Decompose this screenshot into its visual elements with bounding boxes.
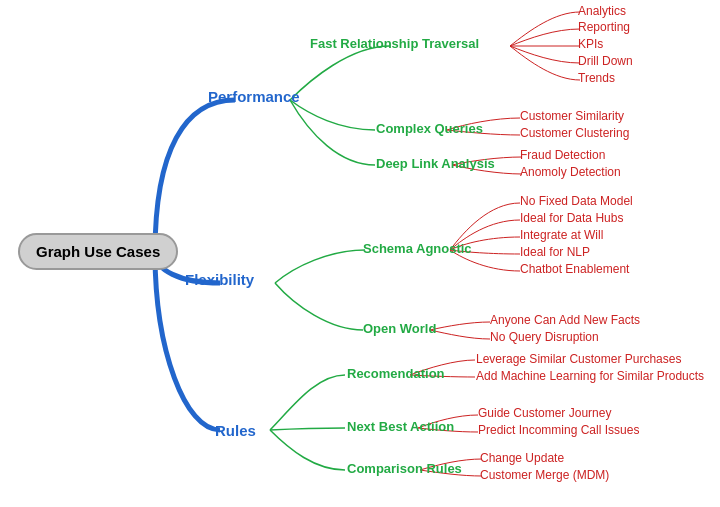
rules-label: Rules bbox=[215, 422, 256, 439]
customer-clustering-label: Customer Clustering bbox=[520, 126, 629, 140]
center-label: Graph Use Cases bbox=[36, 243, 160, 260]
recomendation-label: Recomendation bbox=[347, 366, 445, 381]
trends-label: Trends bbox=[578, 71, 615, 85]
ideal-for-data-hubs-label: Ideal for Data Hubs bbox=[520, 211, 623, 225]
open-world-label: Open World bbox=[363, 321, 436, 336]
integrate-at-will-label: Integrate at Will bbox=[520, 228, 603, 242]
chatbot-enablement-label: Chatbot Enablement bbox=[520, 262, 629, 276]
change-update-label: Change Update bbox=[480, 451, 564, 465]
no-fixed-data-model-label: No Fixed Data Model bbox=[520, 194, 633, 208]
analytics-label: Analytics bbox=[578, 4, 626, 18]
kpis-label: KPIs bbox=[578, 37, 603, 51]
flexibility-label: Flexibility bbox=[185, 271, 254, 288]
reporting-label: Reporting bbox=[578, 20, 630, 34]
ideal-for-nlp-label: Ideal for NLP bbox=[520, 245, 590, 259]
next-best-action-label: Next Best Actiion bbox=[347, 419, 454, 434]
center-node: Graph Use Cases bbox=[18, 233, 178, 270]
drill-down-label: Drill Down bbox=[578, 54, 633, 68]
customer-similarity-label: Customer Similarity bbox=[520, 109, 624, 123]
complex-queries-label: Complex Queries bbox=[376, 121, 483, 136]
guide-customer-journey-label: Guide Customer Journey bbox=[478, 406, 611, 420]
deep-link-analysis-label: Deep Link Analysis bbox=[376, 156, 495, 171]
fraud-detection-label: Fraud Detection bbox=[520, 148, 605, 162]
anyone-can-add-label: Anyone Can Add New Facts bbox=[490, 313, 640, 327]
schema-agnostic-label: Schema Agnostic bbox=[363, 241, 472, 256]
no-query-disruption-label: No Query Disruption bbox=[490, 330, 599, 344]
anomoly-detection-label: Anomoly Detection bbox=[520, 165, 621, 179]
customer-merge-label: Customer Merge (MDM) bbox=[480, 468, 609, 482]
comparison-rules-label: Comparison Rules bbox=[347, 461, 462, 476]
fast-relationship-traversal-label: Fast Relationship Traversal bbox=[310, 36, 479, 51]
performance-label: Performance bbox=[208, 88, 300, 105]
leverage-similar-label: Leverage Similar Customer Purchases bbox=[476, 352, 681, 366]
add-machine-learning-label: Add Machine Learning for Similar Product… bbox=[476, 369, 704, 383]
predict-incomming-label: Predict Incomming Call Issues bbox=[478, 423, 639, 437]
